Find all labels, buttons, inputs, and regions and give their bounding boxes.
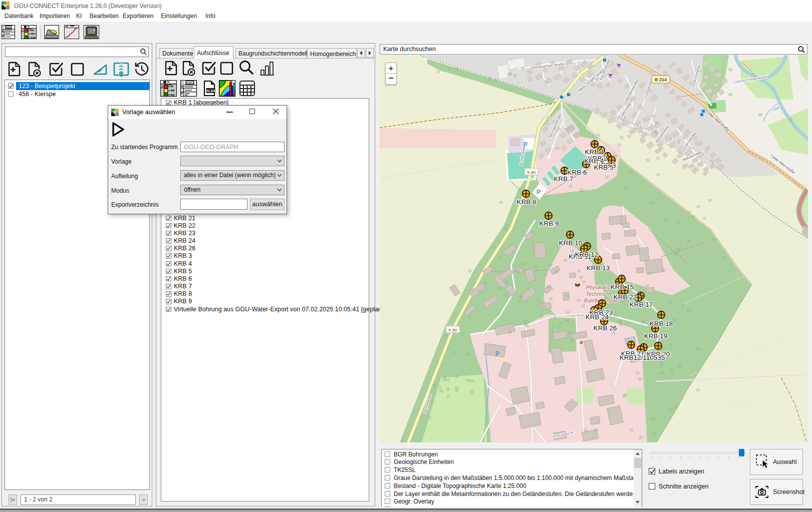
svg-text:KRB 26: KRB 26 xyxy=(594,324,617,332)
svg-text:KRB 9: KRB 9 xyxy=(539,220,559,227)
svg-text:KRB 24: KRB 24 xyxy=(586,313,609,321)
svg-text:KRB 7: KRB 7 xyxy=(554,175,573,183)
svg-text:GGU: GGU xyxy=(186,81,194,85)
svg-text:KRB 12: KRB 12 xyxy=(575,251,599,258)
svg-text:P: P xyxy=(523,141,527,148)
svg-text:Technische: Technische xyxy=(586,291,613,297)
svg-text:P: P xyxy=(495,350,499,357)
svg-text:B 214: B 214 xyxy=(655,77,667,82)
svg-text:KRB12/110535: KRB12/110535 xyxy=(620,354,665,361)
svg-text:GGU: GGU xyxy=(6,26,12,29)
svg-text:KRB 17: KRB 17 xyxy=(630,301,653,308)
svg-text:KRB 19: KRB 19 xyxy=(644,332,668,340)
svg-text:KRB 8: KRB 8 xyxy=(516,198,536,206)
svg-text:KRB 13: KRB 13 xyxy=(587,264,610,272)
svg-text:K 80: K 80 xyxy=(527,170,536,175)
svg-text:KRB 22: KRB 22 xyxy=(614,293,637,301)
svg-text:KRB 10: KRB 10 xyxy=(559,239,583,247)
svg-text:K 80: K 80 xyxy=(449,328,457,332)
svg-text:P: P xyxy=(536,189,540,196)
svg-text:XLSX: XLSX xyxy=(206,89,216,93)
svg-text:KRB 18: KRB 18 xyxy=(650,320,673,327)
svg-text:KRB 15: KRB 15 xyxy=(611,283,634,291)
svg-text:KRB 5: KRB 5 xyxy=(594,164,613,171)
